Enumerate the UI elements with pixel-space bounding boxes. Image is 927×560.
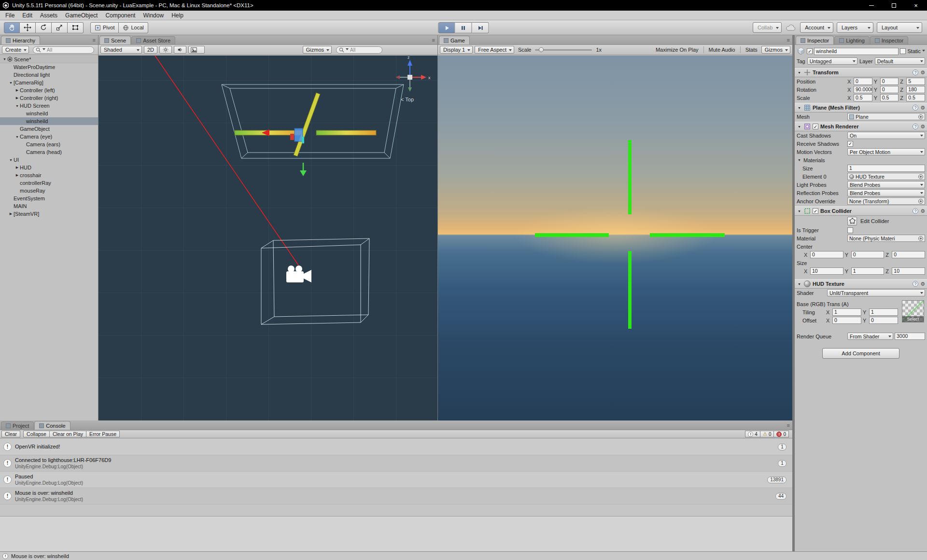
warning-count-toggle[interactable]: ⚠ 0 — [760, 431, 774, 437]
tab-project[interactable]: Project — [1, 421, 34, 430]
hierarchy-item[interactable]: Camera (head) — [0, 148, 98, 156]
anchor-override-object-field[interactable]: None (Transform) — [847, 197, 925, 205]
physic-material-object-field[interactable]: None (Physic Materi — [847, 235, 925, 242]
position-x-field[interactable]: 0 — [854, 78, 872, 85]
view-orientation-label[interactable]: < Top — [401, 97, 414, 102]
error-count-toggle[interactable]: ! 0 — [774, 431, 789, 437]
gear-icon[interactable]: ⚙ — [920, 70, 925, 75]
pivot-toggle-button[interactable]: Pivot — [90, 22, 119, 33]
materials-foldout[interactable]: ▼ Materials — [795, 156, 927, 164]
tab-inspector[interactable]: Inspector — [796, 36, 834, 44]
fold-arrow-icon[interactable]: ▼ — [14, 104, 20, 108]
tag-dropdown[interactable]: Untagged — [807, 57, 857, 65]
tab-scene[interactable]: Scene — [99, 36, 131, 44]
motion-vectors-dropdown[interactable]: Per Object Motion — [847, 148, 925, 155]
tab-asset-store[interactable]: Asset Store — [131, 36, 175, 44]
tab-console[interactable]: Console — [34, 421, 70, 430]
minimize-button[interactable] — [860, 0, 883, 11]
static-dropdown-icon[interactable] — [922, 50, 925, 53]
panel-menu-icon[interactable]: ≡ — [432, 37, 435, 43]
menu-assets[interactable]: Assets — [36, 11, 61, 20]
light-probes-dropdown[interactable]: Blend Probes — [847, 181, 925, 188]
stats-toggle[interactable]: Stats — [743, 46, 760, 54]
error-pause-toggle[interactable]: Error Pause — [86, 431, 120, 437]
panel-menu-icon[interactable]: ≡ — [787, 37, 790, 43]
hierarchy-item[interactable]: EventSystem — [0, 195, 98, 202]
hierarchy-item[interactable]: ▶crosshair — [0, 171, 98, 179]
game-gizmos-dropdown[interactable]: Gizmos — [761, 46, 790, 54]
hierarchy-item[interactable]: ▶Controller (left) — [0, 86, 98, 94]
fold-arrow-icon[interactable]: ▼ — [797, 282, 802, 286]
rotation-x-field[interactable]: 90.0000 — [854, 86, 872, 93]
help-icon[interactable]: ? — [913, 208, 918, 214]
scene-viewport[interactable]: z x < Top — [98, 56, 437, 420]
object-picker-icon[interactable] — [918, 174, 923, 179]
panel-menu-icon[interactable]: ≡ — [787, 422, 790, 428]
hierarchy-item[interactable]: MAIN — [0, 202, 98, 210]
gear-icon[interactable]: ⚙ — [920, 105, 925, 111]
hierarchy-item[interactable]: controllerRay — [0, 179, 98, 187]
hierarchy-item[interactable]: ▶Controller (right) — [0, 94, 98, 102]
scene-effects-dropdown[interactable] — [188, 46, 205, 54]
game-viewport[interactable] — [438, 56, 792, 420]
rotation-y-field[interactable]: 0 — [880, 86, 899, 93]
aspect-dropdown[interactable]: Free Aspect — [475, 46, 514, 54]
maximize-button[interactable] — [883, 0, 905, 11]
clear-on-play-toggle[interactable]: Clear on Play — [50, 431, 86, 437]
menu-edit[interactable]: Edit — [18, 11, 36, 20]
element0-object-field[interactable]: HUD Texture — [847, 173, 925, 180]
log-entry[interactable]: ! Paused UnityEngine.Debug:Log(Object) 1… — [0, 472, 792, 488]
create-dropdown[interactable]: Create — [2, 46, 29, 54]
mesh-renderer-component-header[interactable]: ▼ ✓ Mesh Renderer ?⚙ — [795, 122, 927, 131]
fold-arrow-icon[interactable]: ▼ — [2, 57, 7, 61]
scene-orientation-gizmo[interactable]: z x < Top — [395, 56, 431, 102]
scale-x-field[interactable]: 0.5 — [854, 94, 872, 101]
add-component-button[interactable]: Add Component — [822, 348, 899, 359]
search-filter-icon[interactable] — [346, 48, 349, 52]
collab-dropdown[interactable]: Collab — [753, 22, 782, 33]
hierarchy-item[interactable]: ▼[CameraRig] — [0, 79, 98, 86]
position-z-field[interactable]: 5 — [906, 78, 925, 85]
tab-lighting[interactable]: Lighting — [834, 36, 870, 44]
fold-arrow-icon[interactable]: ▼ — [797, 158, 802, 162]
fold-arrow-icon[interactable]: ▶ — [14, 173, 20, 177]
scene-gizmos-dropdown[interactable]: Gizmos — [303, 46, 332, 54]
size-z-field[interactable]: 10 — [892, 267, 925, 275]
fold-arrow-icon[interactable]: ▶ — [8, 212, 14, 216]
hierarchy-item[interactable]: ▶[SteamVR] — [0, 210, 98, 218]
rect-tool-button[interactable] — [68, 22, 84, 33]
menu-component[interactable]: Component — [101, 11, 139, 20]
render-queue-dropdown[interactable]: From Shader — [847, 333, 893, 340]
fold-arrow-icon[interactable]: ▼ — [797, 210, 802, 213]
fold-arrow-icon[interactable]: ▼ — [8, 81, 14, 84]
material-header[interactable]: ▼ HUD Texture ?⚙ — [795, 279, 927, 289]
fold-arrow-icon[interactable]: ▼ — [14, 135, 20, 139]
is-trigger-checkbox[interactable] — [847, 227, 853, 233]
cast-shadows-dropdown[interactable]: On — [847, 132, 925, 139]
size-y-field[interactable]: 1 — [851, 267, 885, 275]
tab-hierarchy[interactable]: Hierarchy — [1, 36, 40, 44]
hand-tool-button[interactable] — [4, 22, 20, 33]
gear-icon[interactable]: ⚙ — [920, 281, 925, 287]
hierarchy-item[interactable]: Camera (ears) — [0, 140, 98, 148]
fold-arrow-icon[interactable]: ▶ — [14, 96, 20, 100]
component-enabled-checkbox[interactable]: ✓ — [813, 208, 818, 214]
edit-collider-button[interactable] — [847, 217, 857, 225]
collapse-toggle[interactable]: Collapse — [23, 431, 50, 437]
layout-dropdown[interactable]: Layout — [877, 22, 922, 33]
component-enabled-checkbox[interactable]: ✓ — [813, 124, 818, 129]
reflection-probes-dropdown[interactable]: Blend Probes — [847, 189, 925, 196]
object-picker-icon[interactable] — [918, 114, 923, 119]
hierarchy-item[interactable]: ▼UI — [0, 156, 98, 164]
object-picker-icon[interactable] — [918, 236, 923, 241]
fold-arrow-icon[interactable]: ▶ — [14, 88, 20, 92]
scale-slider-thumb[interactable] — [539, 47, 544, 52]
rotation-z-field[interactable]: 180 — [906, 86, 925, 93]
active-checkbox[interactable]: ✓ — [807, 48, 813, 54]
hierarchy-item[interactable]: ▶HUD — [0, 164, 98, 171]
receive-shadows-checkbox[interactable]: ✓ — [847, 141, 853, 147]
clear-button[interactable]: Clear — [1, 431, 20, 437]
offset-y-field[interactable]: 0 — [869, 317, 898, 324]
fold-arrow-icon[interactable]: ▼ — [8, 158, 14, 162]
static-checkbox[interactable] — [900, 48, 906, 54]
